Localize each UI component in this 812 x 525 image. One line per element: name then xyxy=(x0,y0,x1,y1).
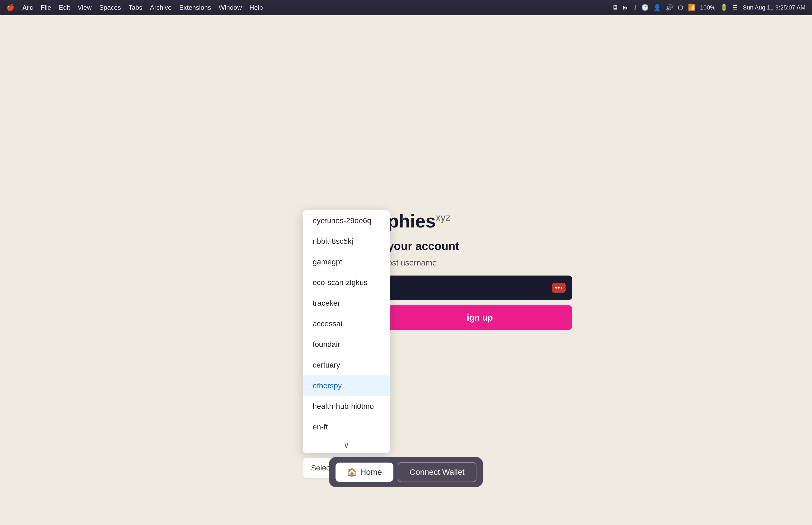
dropdown-item-traceker[interactable]: traceker xyxy=(303,293,390,314)
dot3 xyxy=(561,287,562,288)
media-controls-icon[interactable]: ⏭ xyxy=(623,4,629,11)
dropdown-scroll-chevron[interactable]: ∨ xyxy=(303,437,390,453)
menubar: 🍎 Arc File Edit View Spaces Tabs Archive… xyxy=(0,0,812,15)
dropdown-item-certuary[interactable]: certuary xyxy=(303,355,390,375)
dropdown-item-health-hub[interactable]: health-hub-hi0tmo xyxy=(303,396,390,417)
wifi-icon[interactable]: 📶 xyxy=(688,4,695,11)
screen-icon[interactable]: 🖥 xyxy=(612,4,618,11)
volume-icon[interactable]: 🔊 xyxy=(666,4,673,11)
page-title: phiesxyz xyxy=(387,210,572,231)
page-desc: ost username. xyxy=(387,258,572,267)
menu-edit[interactable]: Edit xyxy=(59,4,70,11)
music-icon[interactable]: ♩ xyxy=(634,4,637,11)
dot1 xyxy=(555,287,557,288)
menu-spaces[interactable]: Spaces xyxy=(99,4,121,11)
clock-icon[interactable]: 🕐 xyxy=(641,4,649,11)
battery-percent: 100% xyxy=(700,4,715,11)
dropdown-item-en-ft[interactable]: en-ft xyxy=(303,417,390,437)
user-icon[interactable]: 👤 xyxy=(654,4,661,11)
page-title-badge: xyz xyxy=(436,212,450,223)
project-dropdown-list: eyetunes-29oe6q ribbit-8sc5kj gamegpt ec… xyxy=(303,210,390,453)
bluetooth-icon[interactable]: ⬡ xyxy=(678,4,683,11)
page-behind: phiesxyz your account ost username. ign … xyxy=(387,210,572,330)
page-subtitle: your account xyxy=(387,240,572,253)
menubar-left: 🍎 Arc File Edit View Spaces Tabs Archive… xyxy=(6,4,263,11)
bottom-toolbar: 🏠 Home Connect Wallet xyxy=(329,457,483,487)
battery-icon: 🔋 xyxy=(720,4,727,11)
dropdown-container: eyetunes-29oe6q ribbit-8sc5kj gamegpt ec… xyxy=(303,210,390,479)
dropdown-item-eyetunes[interactable]: eyetunes-29oe6q xyxy=(303,210,390,231)
page-title-text: phies xyxy=(387,211,436,231)
dropdown-item-accessai[interactable]: accessai xyxy=(303,314,390,334)
signup-button[interactable]: ign up xyxy=(387,305,572,330)
dropdown-item-ribbit[interactable]: ribbit-8sc5kj xyxy=(303,231,390,252)
app-name: Arc xyxy=(22,4,33,11)
home-button[interactable]: 🏠 Home xyxy=(335,463,393,482)
menubar-right: 🖥 ⏭ ♩ 🕐 👤 🔊 ⬡ 📶 100% 🔋 ☰ Sun Aug 11 9:25… xyxy=(612,4,806,11)
dropdown-item-eco-scan[interactable]: eco-scan-zlgkus xyxy=(303,272,390,293)
dropdown-item-etherspy[interactable]: etherspy xyxy=(303,375,390,396)
menu-file[interactable]: File xyxy=(41,4,51,11)
dot2 xyxy=(558,287,560,288)
chevron-down-icon: ∨ xyxy=(343,440,349,450)
home-icon: 🏠 xyxy=(347,467,357,477)
apple-menu[interactable]: 🍎 xyxy=(6,4,15,11)
input-action-icon[interactable] xyxy=(552,283,566,292)
menu-help[interactable]: Help xyxy=(249,4,263,11)
menu-view[interactable]: View xyxy=(78,4,92,11)
menu-extensions[interactable]: Extensions xyxy=(179,4,211,11)
main-content: phiesxyz your account ost username. ign … xyxy=(0,15,812,525)
dropdown-item-gamegpt[interactable]: gamegpt xyxy=(303,252,390,272)
menu-archive[interactable]: Archive xyxy=(150,4,171,11)
username-input-bar[interactable] xyxy=(387,275,572,300)
menu-window[interactable]: Window xyxy=(219,4,242,11)
dropdown-item-foundair[interactable]: foundair xyxy=(303,334,390,355)
control-center-icon[interactable]: ☰ xyxy=(733,4,738,11)
connect-wallet-button[interactable]: Connect Wallet xyxy=(398,462,476,482)
home-button-label: Home xyxy=(360,467,382,477)
menu-tabs[interactable]: Tabs xyxy=(129,4,142,11)
menubar-datetime: Sun Aug 11 9:25:07 AM xyxy=(743,4,806,11)
